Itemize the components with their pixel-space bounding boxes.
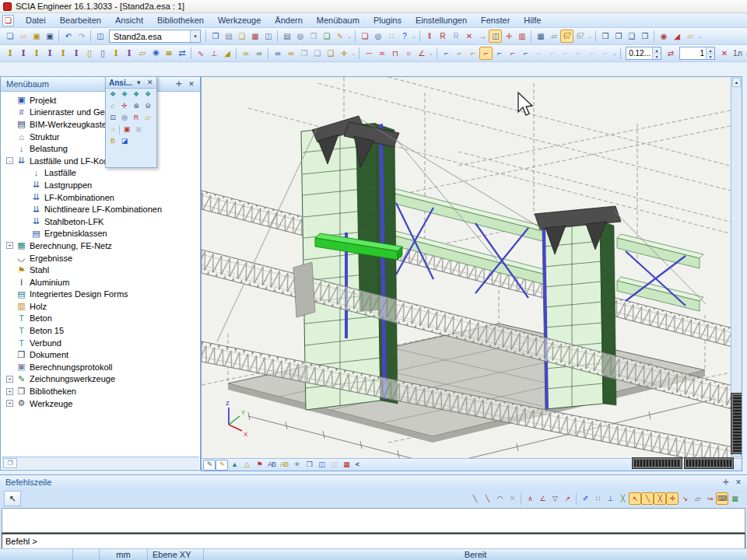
gray-plate[interactable] [293,262,315,317]
plate-icon[interactable]: ▯ [82,47,96,60]
overflow-chevron-icon[interactable]: ⌄ [696,33,703,40]
scale-display-icon[interactable]: ✕ [717,47,731,60]
subsoil-icon[interactable]: ◢ [220,47,233,60]
tree-item-stahl[interactable]: ⚑ Stahl [2,264,199,276]
deselect-rect-icon[interactable]: ⌐ [545,47,559,60]
tree-item-beton[interactable]: T Beton [2,313,199,325]
snap-intersection-icon[interactable]: ╳ [616,492,629,505]
save-icon[interactable]: ▣ [43,30,56,43]
overflow-chevron-icon[interactable]: ⌄ [587,33,593,40]
view-axo-icon[interactable]: ❖ [142,89,153,100]
menu-datei[interactable]: Datei [19,14,53,26]
tree-expander[interactable] [21,206,28,213]
regenerate-icon[interactable]: ◫ [489,30,502,43]
tree-expander[interactable] [6,278,13,285]
animation-bar-left[interactable] [633,458,682,468]
copy-multi-icon[interactable]: ∞ [252,47,265,60]
overflow-chevron-icon[interactable]: ⌄ [411,33,417,40]
paste-icon[interactable]: ❏ [310,47,324,60]
zoom-selection-icon[interactable]: R [130,112,142,124]
zoom-out-icon[interactable]: ⊖ [142,100,153,112]
print-icon[interactable]: ▤ [280,30,293,43]
snap-node-icon[interactable]: ↘ [679,492,691,505]
viewports-icon[interactable]: ◫ [261,30,275,43]
tree-expander[interactable]: + [6,242,13,249]
tree-item-berechnungsprotokoll[interactable]: ▣ Berechnungsprotokoll [2,361,199,373]
tree-item-bim-werkzeugkasten[interactable]: ▤ BIM-Werkzeugkasten [2,118,199,131]
document-edit-icon[interactable]: ✎ [333,30,346,43]
engineering-report-icon[interactable]: ❏ [358,30,371,43]
search-icon[interactable]: ∞ [271,47,284,60]
undo-icon[interactable]: ↶ [61,30,75,43]
tree-expander[interactable] [6,363,13,370]
tree-expander[interactable] [6,352,13,359]
snap-curve-icon[interactable]: ↝ [703,492,716,505]
select-by-prop-icon[interactable]: ⌐ [493,47,506,60]
node-labels-icon[interactable]: AB [278,460,290,471]
draw-line-icon[interactable]: ─ [362,47,375,60]
new-window-icon[interactable]: ❐ [598,30,612,43]
tree-item-ergebnisse[interactable]: ◡ Ergebnisse [2,252,199,264]
truss-member-icon[interactable]: I [122,47,135,60]
selection-mode-icon[interactable]: ▽ [549,492,561,505]
select-rect-icon[interactable]: ⌐ [453,47,466,60]
snap-grid-icon[interactable]: ∷ [591,492,604,505]
multicopy-icon[interactable]: ❑ [324,47,337,60]
pin-icon[interactable]: ✛ [721,478,731,488]
tree-item-aluminium[interactable]: I Aluminium [2,276,199,289]
deselect-prop-icon[interactable]: ⌐ [572,47,585,60]
cancel-input-icon[interactable]: ✕ [506,492,518,505]
deselect-layer-icon[interactable]: ⌐ [585,47,598,60]
tree-expander[interactable] [6,145,13,152]
tree-item-werkzeuge[interactable]: + ⚙ Werkzeuge [2,397,199,410]
document-export-icon[interactable]: ❏ [320,30,333,43]
scale-spinner[interactable]: 1 ▲▼ [679,47,715,60]
clipping-box-icon[interactable]: B [107,135,118,147]
tree-item-lf-kombinationen[interactable]: ⇊ LF-Kombinationen [2,191,199,204]
batch-export-icon[interactable]: ▱ [547,30,560,43]
tree-expander[interactable] [6,96,13,103]
visibility-eye-icon[interactable]: ◉ [657,30,670,43]
tree-item-holz[interactable]: ▥ Holz [2,300,199,313]
snap-endpoint-icon[interactable]: ↖ [629,492,641,505]
tree-expander[interactable] [21,181,28,188]
centre-icon[interactable]: ✛ [502,30,515,43]
show-volumes-icon[interactable]: ▲ [228,460,240,471]
save-all-icon[interactable]: ▣ [30,30,43,43]
deselect-previous-icon[interactable]: ⌐ [598,47,612,60]
render-window-icon[interactable]: ▣ [121,124,132,135]
zoom-all-icon[interactable]: ◎ [118,112,130,124]
zoom-in-icon[interactable]: ⊕ [130,100,142,112]
view-z-icon[interactable]: ❖ [130,89,142,100]
move-node-icon[interactable]: → [475,30,489,43]
catalog-block-icon[interactable]: ✳ [149,47,162,60]
tree-expander[interactable] [6,121,13,128]
rotate-view-icon[interactable]: ✛ [118,100,130,112]
dot-grid-icon[interactable]: ∷ [384,30,398,43]
tree-item-struktur[interactable]: ⌂ Struktur [2,131,199,143]
search-add-icon[interactable]: ∞ [284,47,297,60]
menu-ansicht[interactable]: Ansicht [108,14,150,26]
delete-results-icon[interactable]: ✕ [462,30,475,43]
menu-bibliothe ken[interactable]: Bibliotheken [150,14,211,26]
tree-item-ergebnisklassen[interactable]: ▤ Ergebnisklassen [2,228,199,240]
results-settings-icon[interactable]: ◫ [315,460,328,471]
print-preview-icon[interactable]: ◎ [293,30,307,43]
select-poly-icon[interactable]: ⌐ [466,47,479,60]
tree-expander[interactable] [6,339,13,346]
menu-einstellungen[interactable]: Einstellungen [409,14,474,26]
rib-icon[interactable]: I [43,47,56,60]
tree-expander[interactable]: + [6,376,13,383]
snap-point-icon[interactable]: ✛ [666,492,679,505]
tree-item-verbund[interactable]: T Verbund [2,337,199,349]
select-current-icon[interactable]: ⌐ [479,47,493,60]
cascade-windows-icon[interactable]: ❐ [612,30,625,43]
tree-item-projekt[interactable]: ▣ Projekt [2,94,199,107]
copy-add-icon[interactable]: ∞ [239,47,252,60]
haunch-icon[interactable]: I [56,47,69,60]
tree-expander[interactable]: - [6,157,13,164]
tree-item-beton-15[interactable]: T Beton 15 [2,324,199,337]
active-document-icon[interactable]: ❏ [2,15,14,26]
view-y-icon[interactable]: ❖ [118,89,130,100]
snap-step-spinner[interactable]: 0.12... ▲▼ [626,47,661,60]
